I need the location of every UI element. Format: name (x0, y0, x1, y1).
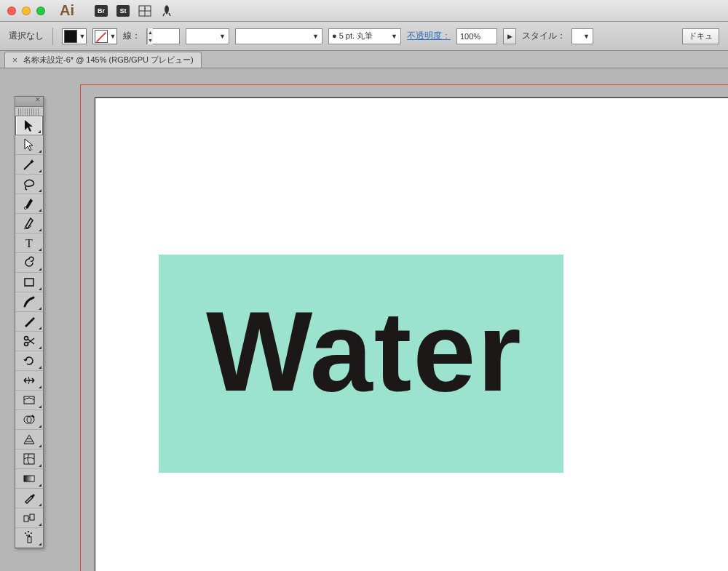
window-minimize-button[interactable] (22, 7, 31, 15)
document-setup-label: ドキュ (689, 31, 713, 41)
eyedropper-icon (22, 491, 36, 506)
document-setup-button[interactable]: ドキュ (682, 28, 719, 44)
spray-icon (22, 530, 36, 545)
scissors-icon (22, 334, 36, 348)
rect-icon (22, 275, 36, 290)
blend-icon (22, 511, 36, 525)
svg-rect-14 (24, 516, 28, 522)
paintbrush-tool[interactable] (15, 292, 43, 312)
window-titlebar: Ai Br St (0, 0, 728, 22)
text-object[interactable]: Water (206, 287, 523, 417)
separator (52, 28, 53, 45)
pen-icon (22, 196, 36, 211)
perspective-icon (22, 432, 36, 447)
lasso-icon (22, 177, 36, 191)
window-traffic-lights (7, 7, 45, 15)
tools-panel[interactable]: T (15, 96, 44, 548)
curvature-icon (22, 216, 36, 231)
app-logo: Ai (60, 2, 74, 19)
workspace: T Water (0, 68, 728, 571)
pencil-icon (22, 314, 36, 329)
svg-point-3 (25, 207, 27, 209)
document-tab[interactable]: × 名称未設定-6* @ 145% (RGB/GPU プレビュー) (4, 52, 202, 68)
line-segment-tool[interactable] (15, 253, 43, 273)
svg-point-17 (25, 532, 26, 534)
width-tool[interactable] (15, 371, 43, 391)
opacity-value: 100% (460, 32, 480, 41)
svg-rect-16 (28, 537, 31, 543)
canvas-area[interactable]: Water (73, 84, 728, 571)
pen-tool[interactable] (15, 194, 43, 214)
rectangle-tool[interactable] (15, 273, 43, 292)
wand-icon (22, 157, 36, 172)
opacity-input[interactable]: 100% (456, 28, 497, 44)
brush-preset-value: ● 5 pt. 丸筆 (332, 31, 388, 41)
direct-selection-tool[interactable] (15, 135, 43, 155)
artboard[interactable]: Water (95, 97, 728, 571)
eyedropper-tool[interactable] (15, 489, 43, 508)
no-selection-label: 選択なし (9, 30, 44, 42)
opacity-flyout-button[interactable]: ▶ (503, 28, 516, 44)
free-transform-tool[interactable] (15, 391, 43, 410)
variable-width-profile-dropdown[interactable]: ▼ (186, 28, 229, 44)
svg-point-18 (28, 531, 29, 532)
svg-point-19 (31, 532, 32, 534)
brush-preset-dropdown[interactable]: ● 5 pt. 丸筆▼ (328, 28, 401, 44)
scissors-tool[interactable] (15, 332, 43, 351)
arrange-documents-icon[interactable] (138, 5, 151, 17)
window-zoom-button[interactable] (36, 7, 45, 15)
window-close-button[interactable] (7, 7, 16, 15)
stroke-label: 線： (123, 30, 141, 42)
perspective-grid-tool[interactable] (15, 430, 43, 450)
magic-wand-tool[interactable] (15, 155, 43, 175)
document-tab-bar: × 名称未設定-6* @ 145% (RGB/GPU プレビュー) (0, 51, 728, 68)
mesh-icon (22, 452, 36, 466)
fill-swatch[interactable]: ▼ (62, 28, 87, 44)
width-icon (22, 373, 36, 388)
svg-rect-5 (25, 279, 33, 286)
svg-text:T: T (25, 237, 33, 249)
gradient-icon (22, 471, 36, 486)
shapebuilder-icon (22, 412, 36, 427)
spiral-icon (22, 255, 36, 270)
control-options-bar: 選択なし ▼ ▼ 線： ▲▼ ▼ ▼ ● 5 pt. 丸筆▼ 不透明度： 100… (0, 22, 728, 51)
brush-icon (22, 295, 36, 309)
type-tool[interactable]: T (15, 233, 43, 253)
stroke-weight-input[interactable]: ▲▼ (146, 28, 180, 44)
graphic-style-dropdown[interactable]: ▼ (571, 28, 593, 44)
curvature-tool[interactable] (15, 214, 43, 233)
cursor-black-icon (22, 119, 36, 133)
warp-icon (22, 393, 36, 407)
type-icon: T (22, 236, 36, 250)
rotate-tool[interactable] (15, 351, 43, 371)
opacity-label[interactable]: 不透明度： (407, 30, 451, 42)
gpu-rocket-icon[interactable] (160, 5, 173, 17)
selection-tool[interactable] (15, 116, 43, 135)
stroke-weight-stepper[interactable]: ▲▼ (147, 28, 153, 44)
teal-rectangle-object[interactable]: Water (159, 255, 563, 473)
bridge-icon[interactable]: Br (95, 5, 108, 17)
close-tab-icon[interactable]: × (12, 55, 17, 65)
style-label: スタイル： (522, 30, 566, 42)
tools-panel-header[interactable] (15, 97, 43, 107)
pencil-tool[interactable] (15, 312, 43, 332)
shape-builder-tool[interactable] (15, 410, 43, 430)
cursor-white-icon (22, 137, 36, 152)
svg-rect-15 (30, 514, 34, 520)
lasso-tool[interactable] (15, 175, 43, 194)
svg-rect-12 (24, 476, 34, 482)
rotate-icon (22, 354, 36, 368)
gradient-tool[interactable] (15, 469, 43, 489)
brush-definition-dropdown[interactable]: ▼ (235, 28, 323, 44)
document-tab-title: 名称未設定-6* @ 145% (RGB/GPU プレビュー) (23, 55, 194, 65)
symbol-sprayer-tool[interactable] (15, 528, 43, 548)
mesh-tool[interactable] (15, 450, 43, 469)
app-switcher-icons: Br St (95, 5, 173, 17)
tools-panel-grip[interactable] (18, 108, 40, 116)
stroke-swatch[interactable]: ▼ (92, 28, 117, 44)
blend-tool[interactable] (15, 508, 43, 528)
svg-point-20 (26, 535, 28, 536)
svg-rect-11 (24, 454, 34, 464)
stock-icon[interactable]: St (116, 5, 130, 17)
